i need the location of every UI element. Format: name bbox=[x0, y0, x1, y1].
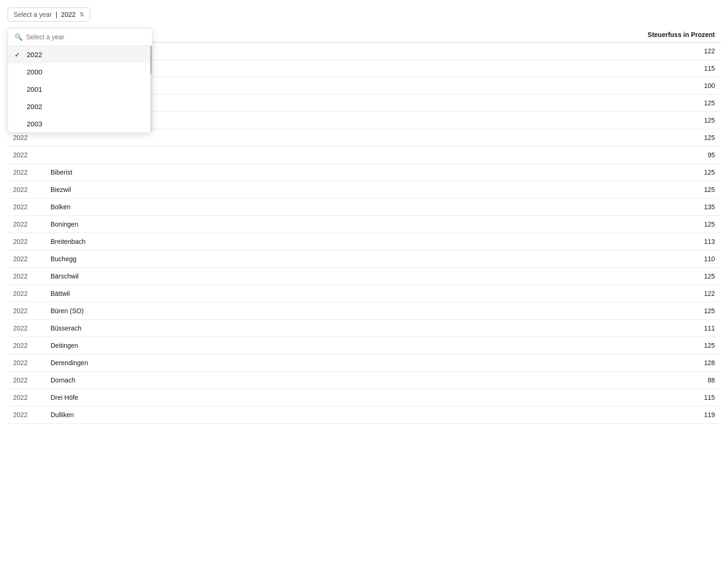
cell-value: 125 bbox=[304, 112, 721, 129]
cell-name: Bättwil bbox=[45, 285, 304, 302]
cell-year: 2022 bbox=[7, 406, 45, 424]
table-row: 202295 bbox=[7, 147, 721, 164]
cell-value: 125 bbox=[304, 216, 721, 233]
cell-year: 2022 bbox=[7, 372, 45, 389]
table-row: 2022Boningen125 bbox=[7, 216, 721, 233]
cell-year: 2022 bbox=[7, 337, 45, 354]
cell-name: Buchegg bbox=[45, 250, 304, 268]
dropdown-list: ✓20222000200120022003 bbox=[8, 46, 152, 132]
dropdown-year-label: 2003 bbox=[27, 120, 42, 128]
scroll-indicator bbox=[150, 46, 152, 132]
cell-name: Büsserach bbox=[45, 320, 304, 337]
cell-value: 128 bbox=[304, 354, 721, 372]
cell-value: 113 bbox=[304, 233, 721, 250]
cell-year: 2022 bbox=[7, 320, 45, 337]
cell-year: 2022 bbox=[7, 147, 45, 164]
cell-name: Breitenbach bbox=[45, 233, 304, 250]
cell-value: 125 bbox=[304, 268, 721, 285]
search-icon: 🔍 bbox=[15, 33, 22, 41]
cell-value: 115 bbox=[304, 60, 721, 77]
divider: | bbox=[56, 11, 58, 18]
scroll-indicator-thumb bbox=[150, 46, 152, 74]
dropdown-year-label: 2000 bbox=[27, 68, 42, 76]
dropdown-year-label: 2022 bbox=[27, 51, 42, 59]
cell-year: 2022 bbox=[7, 198, 45, 216]
table-row: 2022Dornach88 bbox=[7, 372, 721, 389]
dropdown-year-label: 2002 bbox=[27, 103, 42, 110]
cell-name: Dulliken bbox=[45, 406, 304, 424]
dropdown-year-item[interactable]: 2001 bbox=[8, 81, 152, 98]
dropdown-year-item[interactable]: 2002 bbox=[8, 98, 152, 115]
table-row: 2022Buchegg110 bbox=[7, 250, 721, 268]
cell-year: 2022 bbox=[7, 302, 45, 320]
cell-value: 119 bbox=[304, 406, 721, 424]
cell-value: 111 bbox=[304, 320, 721, 337]
cell-value: 122 bbox=[304, 43, 721, 60]
cell-name: Büren (SO) bbox=[45, 302, 304, 320]
cell-value: 100 bbox=[304, 77, 721, 95]
table-row: 2022Drei Höfe115 bbox=[7, 389, 721, 406]
dropdown-year-item[interactable]: 2000 bbox=[8, 63, 152, 81]
table-row: 2022Büsserach111 bbox=[7, 320, 721, 337]
cell-value: 110 bbox=[304, 250, 721, 268]
table-row: 2022Bättwil122 bbox=[7, 285, 721, 302]
cell-name: Derendingen bbox=[45, 354, 304, 372]
cell-name: Bolken bbox=[45, 198, 304, 216]
cell-year: 2022 bbox=[7, 164, 45, 181]
table-row: 2022Biberist125 bbox=[7, 164, 721, 181]
cell-name: Biberist bbox=[45, 164, 304, 181]
checkmark-icon: ✓ bbox=[15, 51, 20, 59]
cell-name: Biezwil bbox=[45, 181, 304, 198]
cell-value: 122 bbox=[304, 285, 721, 302]
table-row: 2022Bärschwil125 bbox=[7, 268, 721, 285]
cell-name: Bärschwil bbox=[45, 268, 304, 285]
dropdown-search-bar: 🔍 bbox=[8, 29, 152, 46]
selected-year-value: 2022 bbox=[61, 11, 75, 18]
cell-name: Deitingen bbox=[45, 337, 304, 354]
table-row: 2022Derendingen128 bbox=[7, 354, 721, 372]
table-row: 2022Biezwil125 bbox=[7, 181, 721, 198]
cell-value: 88 bbox=[304, 372, 721, 389]
year-dropdown: 🔍 ✓20222000200120022003 bbox=[7, 28, 153, 133]
table-row: 2022Breitenbach113 bbox=[7, 233, 721, 250]
table-row: 2022Bolken135 bbox=[7, 198, 721, 216]
table-row: 2022Deitingen125 bbox=[7, 337, 721, 354]
table-row: 2022Dulliken119 bbox=[7, 406, 721, 424]
col-header-value: Steuerfuss in Prozent bbox=[304, 27, 721, 43]
cell-value: 95 bbox=[304, 147, 721, 164]
cell-year: 2022 bbox=[7, 216, 45, 233]
year-select-trigger[interactable]: Select a year | 2022 ⇅ bbox=[7, 7, 90, 22]
cell-name bbox=[45, 147, 304, 164]
cell-year: 2022 bbox=[7, 268, 45, 285]
cell-name: Boningen bbox=[45, 216, 304, 233]
cell-year: 2022 bbox=[7, 233, 45, 250]
cell-year: 2022 bbox=[7, 250, 45, 268]
toolbar: Select a year | 2022 ⇅ 🔍 ✓20222000200120… bbox=[7, 7, 721, 22]
dropdown-search-input[interactable] bbox=[26, 33, 146, 41]
cell-value: 115 bbox=[304, 389, 721, 406]
cell-value: 135 bbox=[304, 198, 721, 216]
cell-name: Dornach bbox=[45, 372, 304, 389]
dropdown-year-label: 2001 bbox=[27, 85, 42, 93]
cell-year: 2022 bbox=[7, 285, 45, 302]
cell-name: Drei Höfe bbox=[45, 389, 304, 406]
cell-year: 2022 bbox=[7, 181, 45, 198]
cell-value: 125 bbox=[304, 181, 721, 198]
cell-value: 125 bbox=[304, 302, 721, 320]
dropdown-year-item[interactable]: 2003 bbox=[8, 115, 152, 132]
table-row: 2022Büren (SO)125 bbox=[7, 302, 721, 320]
cell-value: 125 bbox=[304, 337, 721, 354]
up-down-arrows-icon: ⇅ bbox=[80, 11, 84, 18]
cell-year: 2022 bbox=[7, 354, 45, 372]
cell-value: 125 bbox=[304, 95, 721, 112]
cell-year: 2022 bbox=[7, 389, 45, 406]
dropdown-year-item[interactable]: ✓2022 bbox=[8, 46, 152, 63]
cell-value: 125 bbox=[304, 129, 721, 147]
cell-value: 125 bbox=[304, 164, 721, 181]
select-label: Select a year bbox=[14, 11, 52, 18]
